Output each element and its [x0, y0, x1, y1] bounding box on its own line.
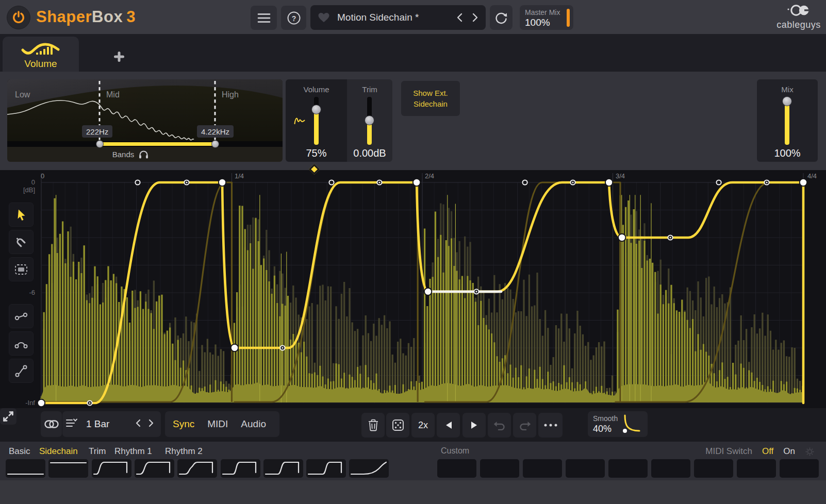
crossover-low-mid-value[interactable]: 222Hz [82, 125, 112, 138]
wave-preset-flat-high[interactable] [48, 459, 88, 478]
tool-cursor[interactable] [9, 203, 34, 227]
curve-node[interactable] [38, 399, 45, 407]
trim-slider-handle[interactable] [365, 115, 374, 125]
curve-node[interactable] [231, 344, 238, 351]
wave-length-menu-button[interactable] [65, 418, 78, 430]
wave-category-rhythm-1[interactable]: Rhythm 1 [114, 446, 152, 457]
logo-part-shaper: Shaper [36, 8, 92, 26]
wave-preset-ramp-1[interactable] [92, 459, 131, 478]
custom-slot-8[interactable] [737, 459, 776, 478]
wave-length-value[interactable]: 1 Bar [86, 418, 109, 430]
crossover-mid-high-value[interactable]: 4.22kHz [197, 125, 234, 138]
preset-selector[interactable]: Motion Sidechain * [310, 5, 486, 30]
delete-wave-button[interactable] [361, 413, 385, 438]
wave-preset-ramp-3[interactable] [177, 459, 217, 478]
add-band-button[interactable] [108, 46, 130, 68]
custom-slot-3[interactable] [523, 459, 562, 478]
time-label-3-4: 3/4 [616, 172, 625, 180]
band-label-high: High [222, 90, 239, 99]
wave-category-trim[interactable]: Trim [89, 446, 106, 457]
curve-node[interactable] [424, 288, 432, 295]
band-range-bar[interactable] [100, 142, 215, 146]
mix-slider[interactable] [785, 97, 789, 145]
app-logo: ShaperBox3 [36, 8, 136, 26]
curve-node[interactable] [618, 234, 625, 241]
custom-slot-7[interactable] [694, 459, 733, 478]
more-options-button[interactable] [538, 413, 563, 438]
double-wave-button[interactable]: 2x [411, 413, 435, 438]
bands-footer[interactable]: Bands [7, 147, 283, 162]
brand-logo[interactable]: cableguys [775, 4, 822, 30]
tool-s-curve[interactable] [9, 359, 34, 383]
midi-switch-settings-gear-icon[interactable] [805, 447, 815, 457]
wave-preset-ramp-4[interactable] [221, 459, 260, 478]
tool-snap-magnet[interactable] [9, 230, 34, 254]
band-split-panel[interactable]: Low Mid High 222Hz 4.22kHz Bands [7, 79, 283, 162]
curve-node[interactable] [800, 179, 807, 186]
menu-button[interactable] [251, 6, 277, 30]
shift-right-button[interactable] [462, 413, 486, 438]
wave-preset-ramp-7[interactable] [349, 459, 389, 478]
volume-slider[interactable] [314, 97, 319, 145]
wave-preset-ramp-5[interactable] [263, 459, 303, 478]
link-button[interactable] [41, 411, 62, 437]
volume-slider-handle[interactable] [311, 105, 321, 114]
mode-audio[interactable]: Audio [241, 418, 266, 430]
wave-preset-ramp-2[interactable] [135, 459, 174, 478]
db-label-minus6: -6 [14, 289, 35, 296]
mode-sync[interactable]: Sync [173, 418, 194, 430]
trim-slider[interactable] [367, 97, 372, 145]
midi-switch-on[interactable]: On [783, 446, 795, 457]
smooth-label: Smooth [593, 414, 618, 423]
midi-switch-off[interactable]: Off [762, 446, 773, 457]
custom-slot-1[interactable] [437, 459, 476, 478]
wave-preset-ramp-6[interactable] [306, 459, 346, 478]
master-mix-control[interactable]: Master Mix 100% [520, 5, 573, 30]
preset-prev-button[interactable] [452, 10, 467, 25]
tool-arc[interactable] [9, 331, 34, 356]
expand-view-button[interactable] [0, 408, 16, 425]
lfo-editor-canvas[interactable] [0, 170, 826, 408]
mix-slider-handle[interactable] [782, 96, 792, 106]
help-button[interactable]: ? [281, 6, 306, 30]
curve-segment-handle[interactable] [716, 180, 721, 184]
ab-compare-button[interactable] [490, 5, 513, 30]
favorite-heart-icon[interactable] [318, 12, 330, 23]
band-range-slider[interactable] [7, 141, 283, 147]
show-ext-sidechain-button[interactable]: Show Ext. Sidechain [401, 81, 460, 116]
wave-category-rhythm-2[interactable]: Rhythm 2 [165, 446, 203, 457]
wave-length-prev-button[interactable] [135, 419, 141, 429]
tool-line[interactable] [9, 304, 34, 328]
transport-toolbar: 1 Bar Sync MIDI Audio [0, 408, 826, 442]
tab-volume[interactable]: Volume [3, 37, 79, 72]
wave-preset-flat-low[interactable] [6, 459, 45, 478]
redo-button[interactable] [513, 413, 536, 438]
master-mix-value: 100% [525, 17, 573, 28]
wave-category-sidechain[interactable]: Sidechain [39, 446, 78, 457]
custom-slot-5[interactable] [608, 459, 648, 478]
tool-marquee-select[interactable] [9, 257, 34, 281]
custom-slot-4[interactable] [566, 459, 605, 478]
lfo-editor[interactable]: 0 1/4 2/4 3/4 4/4 0 [dB] -6 -Inf [0, 170, 826, 408]
master-mix-slider[interactable] [567, 9, 570, 27]
smooth-control[interactable]: Smooth 40% [588, 411, 648, 437]
wave-length-next-button[interactable] [148, 419, 154, 429]
undo-button[interactable] [488, 413, 511, 438]
custom-slot-2[interactable] [480, 459, 519, 478]
waveform-input-layer [41, 204, 803, 403]
custom-slot-9[interactable] [780, 459, 819, 478]
curve-node[interactable] [413, 179, 420, 186]
curve-segment-handle[interactable] [522, 180, 527, 184]
mode-midi[interactable]: MIDI [207, 418, 228, 430]
shift-left-button[interactable] [437, 413, 460, 438]
randomize-button[interactable] [386, 413, 409, 438]
curve-segment-handle[interactable] [329, 180, 334, 184]
curve-node[interactable] [219, 179, 226, 186]
smooth-curve-icon [620, 414, 642, 434]
wave-category-basic[interactable]: Basic [9, 446, 30, 457]
power-button[interactable] [7, 6, 30, 29]
curve-segment-handle[interactable] [135, 180, 140, 184]
curve-node[interactable] [605, 179, 613, 186]
custom-slot-6[interactable] [651, 459, 690, 478]
preset-next-button[interactable] [467, 10, 483, 25]
